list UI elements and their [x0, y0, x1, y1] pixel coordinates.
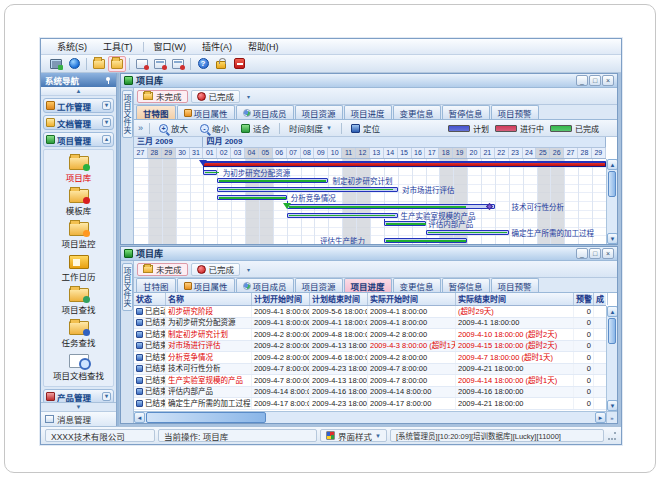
sidebar-group-项目管理[interactable]: 项目管理▴ [43, 132, 114, 147]
sidebar-group-文档管理[interactable]: 文档管理▾ [43, 115, 114, 130]
sidebar-item-工作日历[interactable]: 工作日历 [44, 252, 113, 285]
table-row[interactable]: 已结束技术可行性分析2009-4-7 8:00:002009-4-23 18:0… [134, 364, 606, 376]
scroll-down-icon[interactable]: ▼ [607, 400, 617, 411]
tab-变更信息[interactable]: 变更信息 [393, 105, 441, 119]
computer-button[interactable] [47, 56, 65, 72]
gantt-bar-初步研究阶段[interactable] [203, 161, 606, 167]
more-tabs-icon[interactable]: ▾ [243, 91, 254, 102]
expand-icon[interactable]: ▾ [102, 101, 111, 110]
minimize-icon[interactable] [576, 248, 588, 259]
menu-item-4[interactable]: 插件(A) [194, 39, 240, 54]
table-row[interactable]: 已结束分析竞争情况2009-4-2 8:00:002009-4-6 18:00:… [134, 352, 606, 364]
tab-项目进度[interactable]: 项目进度 [344, 105, 392, 119]
folder-tab-已完成[interactable]: 已完成 [191, 90, 241, 103]
tab-项目预警[interactable]: 项目预警 [491, 105, 539, 119]
gantt-bar-生产实验室规模的产品[interactable] [287, 213, 398, 218]
tab-项目进度[interactable]: 项目进度 [344, 278, 392, 292]
sidebar-item-任务查找[interactable]: 任务查找 [44, 318, 113, 351]
globe-button[interactable] [65, 56, 83, 72]
gantt-bar-确定生产所需的加工过程[interactable] [426, 230, 509, 235]
table-row[interactable]: 已结束确定生产所需的加工过程2009-4-17 8:00:002009-4-23… [134, 398, 606, 410]
stop-button[interactable] [230, 56, 248, 72]
maximize-icon[interactable] [589, 248, 601, 259]
tab-甘特图[interactable]: 甘特图 [136, 105, 176, 119]
folder-tab-未完成[interactable]: 未完成 [137, 263, 188, 276]
maximize-icon[interactable] [589, 75, 601, 86]
table-row[interactable]: 已结束制定初步研究计划2009-4-2 8:00:002009-4-8 18:0… [134, 329, 606, 341]
close-icon[interactable] [602, 248, 614, 259]
tab-项目成员[interactable]: 项目成员 [236, 278, 294, 292]
table-row[interactable]: 已结束为初步研究分配资源2009-4-1 8:00:002009-4-1 18:… [134, 318, 606, 330]
table-row[interactable]: 已结束评估内部产品2009-4-14 8:00:002009-4-16 18:0… [134, 387, 606, 399]
tab-项目属性[interactable]: 项目属性 [177, 278, 235, 292]
sidebar-item-项目监控[interactable]: 项目监控 [44, 219, 113, 252]
scrollbar-thumb[interactable] [608, 318, 616, 344]
resize-grip[interactable] [607, 431, 617, 441]
gantt-bar-评估内部产品[interactable] [384, 221, 426, 226]
gantt-bar-评估生产能力[interactable] [384, 238, 467, 243]
tab-甘特图[interactable]: 甘特图 [136, 278, 176, 292]
table-panel-titlebar[interactable]: 项目库 [121, 247, 617, 261]
folder-tab-未完成[interactable]: 未完成 [137, 90, 188, 103]
table-vertical-scrollbar[interactable]: ▲ ▼ [606, 306, 617, 411]
folder-tab-已完成[interactable]: 已完成 [191, 263, 241, 276]
column-header-名称[interactable]: 名称 [166, 293, 252, 305]
gantt-bar-为初步研究分配资源[interactable] [203, 170, 217, 175]
expand-icon[interactable]: ▾ [102, 118, 111, 127]
gantt-bar-制定初步研究计划[interactable] [217, 178, 328, 183]
menu-item-5[interactable]: 帮助(H) [240, 39, 287, 54]
menu-item-3[interactable]: 窗口(W) [146, 39, 195, 54]
overflow-icon[interactable]: » [138, 123, 143, 133]
close-icon[interactable] [602, 75, 614, 86]
sidebar-item-模板库[interactable]: 模板库 [44, 186, 113, 219]
help-button[interactable] [194, 56, 212, 72]
sidebar-item-项目文档查找[interactable]: 项目文档查找 [44, 351, 113, 384]
lock-button[interactable] [212, 56, 230, 72]
scroll-up-icon[interactable]: ▲ [607, 306, 617, 317]
tab-项目成员[interactable]: 项目成员 [236, 105, 294, 119]
menu-item-2[interactable]: 工具(T) [95, 39, 141, 54]
table-row[interactable]: 已结束生产实验室规模的产品2009-4-7 8:00:002009-4-13 1… [134, 375, 606, 387]
tab-项目预警[interactable]: 项目预警 [491, 278, 539, 292]
sidebar-expand-button[interactable]: ▼ [41, 403, 116, 411]
fit-button[interactable]: 适合 [236, 120, 275, 136]
expand-icon[interactable]: ▾ [102, 392, 111, 401]
tab-变更信息[interactable]: 变更信息 [393, 278, 441, 292]
mail-new-button[interactable] [133, 56, 151, 72]
column-header-实际开始时间[interactable]: 实际开始时间 [368, 293, 456, 305]
sidebar-group-工作管理[interactable]: 工作管理▾ [43, 98, 114, 113]
scroll-right-icon[interactable]: ► [595, 412, 606, 423]
gantt-bar-对市场进行评估[interactable] [217, 187, 397, 192]
zoom-in-button[interactable]: +放大 [154, 120, 193, 136]
tab-message-management[interactable]: 消息管理 [41, 411, 116, 426]
gantt-bar-分析竞争情况[interactable] [217, 195, 286, 200]
collapse-icon[interactable]: ▴ [102, 135, 111, 144]
zoom-out-button[interactable]: -缩小 [195, 120, 234, 136]
menu-item-1[interactable]: 系统(S) [49, 39, 95, 54]
pin-icon[interactable] [104, 76, 112, 84]
table-horizontal-scrollbar[interactable]: ◄ ► [134, 411, 606, 423]
folder-closed-button[interactable] [90, 56, 108, 72]
tab-项目资源[interactable]: 项目资源 [295, 105, 343, 119]
sidebar-item-项目库[interactable]: 项目库 [44, 153, 113, 186]
folder-open-button[interactable] [108, 56, 126, 72]
sidebar-collapse-button[interactable]: ▲ [41, 87, 116, 96]
tab-项目属性[interactable]: 项目属性 [177, 105, 235, 119]
scrollbar-thumb[interactable] [608, 171, 616, 197]
sidebar-item-项目查找[interactable]: 项目查找 [44, 285, 113, 318]
column-header-状态[interactable]: 状态 [134, 293, 166, 305]
sidebar-group-产品管理[interactable]: 产品管理▾ [43, 389, 114, 402]
column-header-预警[interactable]: 预警 [574, 293, 594, 305]
table-row[interactable]: 已启动初步研究阶段2009-4-1 8:00:002009-5-6 18:00:… [134, 306, 606, 318]
scroll-left-icon[interactable]: ◄ [134, 412, 145, 423]
scrollbar-thumb[interactable] [146, 412, 266, 423]
scroll-down-icon[interactable]: ▼ [607, 233, 617, 244]
column-header-计划开始时间[interactable]: 计划开始时间 [252, 293, 310, 305]
scroll-corner[interactable]: » [606, 411, 617, 423]
tab-project-folder[interactable]: 项目文件夹 [122, 263, 133, 311]
mail-note-button[interactable] [169, 56, 187, 72]
column-header-成[interactable]: 成 [594, 293, 608, 305]
ui-style-button[interactable]: 界面样式 ▼ [320, 429, 387, 442]
tab-project-folder[interactable]: 项目文件夹 [122, 90, 133, 138]
column-header-实际结束时间[interactable]: 实际结束时间 [456, 293, 574, 305]
